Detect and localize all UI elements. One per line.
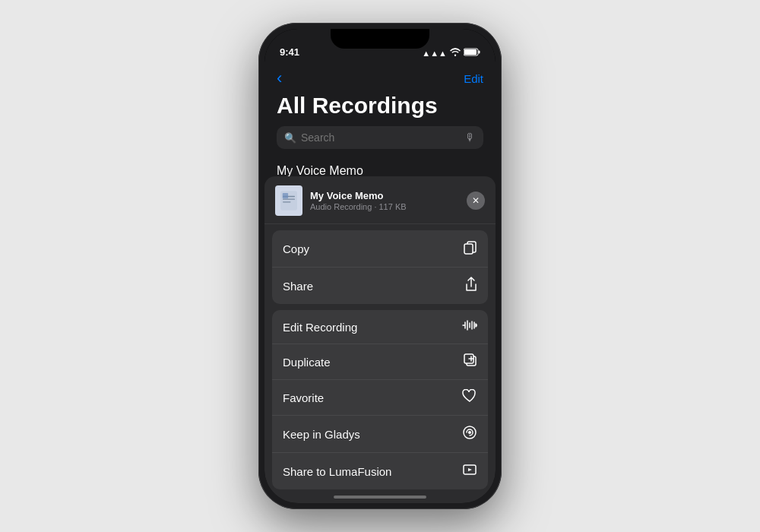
screen-content: ‹ Edit All Recordings 🔍 🎙 My Voice Memo … [264,62,496,503]
heart-icon [462,389,477,406]
phone-screen: 9:41 ▲▲▲ [264,29,496,503]
notch [331,29,429,49]
nav-bar: ‹ Edit [264,62,496,91]
svg-rect-12 [464,244,473,254]
svg-rect-2 [479,51,480,54]
signal-icon: ▲▲▲ [422,49,447,58]
share-to-lumafusion-button[interactable]: Share to LumaFusion [272,453,488,489]
menu-section-1: Copy Share [272,230,488,304]
svg-rect-10 [283,193,288,198]
battery-icon [464,48,480,58]
edit-recording-label: Edit Recording [283,321,357,334]
status-time: 9:41 [280,46,299,59]
copy-icon [464,239,477,258]
share-icon [465,277,477,295]
gladys-icon [462,425,477,443]
search-bar[interactable]: 🔍 🎙 [277,126,483,149]
menu-section-2: Edit Recording Duplicate [272,310,488,489]
duplicate-icon [464,353,477,370]
edit-button[interactable]: Edit [464,72,483,85]
keep-in-gladys-label: Keep in Gladys [283,428,360,441]
page-title: All Recordings [264,91,496,126]
file-info: My Voice Memo Audio Recording · 117 KB [310,190,459,211]
share-file-header: My Voice Memo Audio Recording · 117 KB ✕ [264,176,496,224]
share-label: Share [283,280,313,293]
edit-recording-button[interactable]: Edit Recording [272,310,488,344]
file-meta: Audio Recording · 117 KB [310,202,459,211]
back-button[interactable]: ‹ [277,68,282,88]
duplicate-button[interactable]: Duplicate [272,344,488,380]
favorite-button[interactable]: Favorite [272,380,488,416]
phone-frame: 9:41 ▲▲▲ [258,23,502,509]
svg-point-16 [468,431,471,434]
home-indicator [334,496,426,499]
status-icons: ▲▲▲ [422,48,480,59]
copy-label: Copy [283,242,309,255]
wifi-icon [450,48,461,58]
lumafusion-icon [462,462,477,480]
share-sheet: My Voice Memo Audio Recording · 117 KB ✕… [264,176,496,503]
search-icon: 🔍 [284,132,296,144]
share-to-lumafusion-label: Share to LumaFusion [283,465,391,478]
file-name: My Voice Memo [310,190,459,201]
share-button[interactable]: Share [272,268,488,304]
file-icon [275,185,302,216]
favorite-label: Favorite [283,391,324,404]
close-share-button[interactable]: ✕ [467,192,485,210]
svg-rect-1 [464,49,477,55]
waveform-icon [462,319,477,334]
mic-icon: 🎙 [465,131,476,144]
copy-button[interactable]: Copy [272,230,488,268]
duplicate-label: Duplicate [283,356,331,369]
keep-in-gladys-button[interactable]: Keep in Gladys [272,416,488,453]
search-input[interactable] [301,131,461,144]
